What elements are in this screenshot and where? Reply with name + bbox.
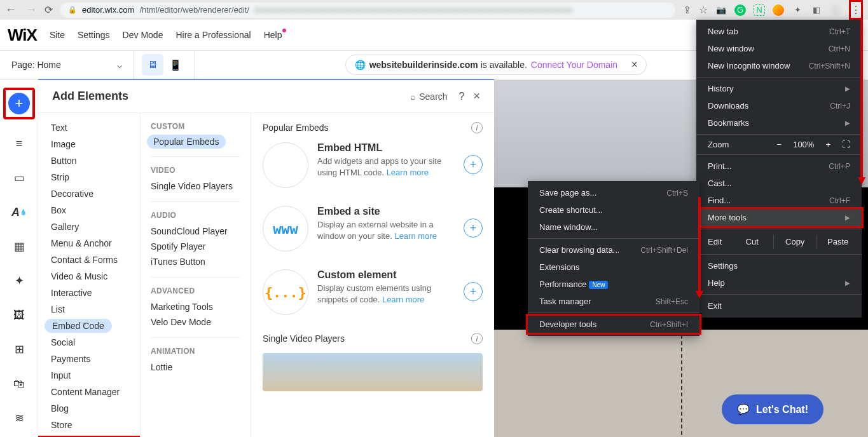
close-icon[interactable]: × [473,90,480,103]
paste-action[interactable]: Paste [816,234,859,249]
menu-help[interactable]: Help [264,30,282,40]
category-item[interactable]: Contact & Forms [38,252,140,268]
category-item[interactable]: Strip [38,169,140,185]
back-button[interactable]: ← [5,3,17,17]
wix-logo[interactable]: WiX [8,25,37,45]
chrome-submenu-item[interactable]: PerformanceNew [528,276,699,293]
chrome-menu-item[interactable]: Print...Ctrl+P [696,158,862,175]
chrome-menu-item[interactable]: DownloadsCtrl+J [696,97,862,114]
add-embed-button[interactable]: + [464,218,483,238]
chrome-menu-item[interactable]: New windowCtrl+N [696,40,862,57]
category-item[interactable]: Interactive [38,285,140,301]
reload-button[interactable]: ⟳ [45,4,53,16]
learn-more-link[interactable]: Learn more [387,168,429,177]
chrome-submenu-item[interactable]: Save page as...Ctrl+S [528,184,699,201]
rail-pages-icon[interactable]: ▭ [7,168,31,188]
category-item[interactable]: Button [38,152,140,169]
chrome-menu-item[interactable]: Find...Ctrl+F [696,192,862,209]
connect-domain-link[interactable]: Connect Your Domain [531,60,617,70]
menu-hire[interactable]: Hire a Professional [176,30,251,40]
chrome-submenu-item[interactable]: Clear browsing data...Ctrl+Shift+Del [528,241,699,259]
chrome-menu-item[interactable]: Help▶ [696,274,862,292]
rail-ascend-icon[interactable]: 🛍 [7,373,31,394]
subcategory-item[interactable]: Lottie [151,360,240,375]
subcategory-item[interactable]: Marketing Tools [151,299,240,314]
extension-icon[interactable] [773,4,784,16]
menu-site[interactable]: Site [50,30,65,40]
category-item[interactable]: Store [38,417,140,433]
zoom-in[interactable]: + [825,140,830,149]
subcategory-item[interactable]: SoundCloud Player [151,224,240,239]
panel-search[interactable]: ⌕ Search [410,91,447,102]
chrome-menu-item[interactable]: Bookmarks▶ [696,114,862,131]
video-preview-thumbnail[interactable] [263,353,483,391]
bookmark-star-icon[interactable]: ☆ [699,4,708,16]
rail-media-icon[interactable]: 🖼 [7,305,31,325]
subcategory-item[interactable]: Single Video Players [151,178,240,194]
extensions-icon[interactable]: ✦ [792,4,803,16]
chrome-menu-item[interactable]: New tabCtrl+T [696,23,862,40]
chrome-menu-item[interactable]: History▶ [696,80,862,97]
zoom-out[interactable]: − [777,140,782,149]
extension-icon[interactable]: N [754,4,765,16]
category-item[interactable]: Menu & Anchor [38,235,140,252]
chrome-submenu-item[interactable]: Task managerShift+Esc [528,293,699,310]
chrome-submenu-item[interactable]: Name window... [528,218,699,236]
desktop-view-button[interactable]: 🖥 [142,54,163,76]
chrome-menu-item[interactable]: More tools▶ [694,207,864,228]
category-item[interactable]: Gallery [38,218,140,235]
extension-icon[interactable]: G [734,4,746,16]
chat-button[interactable]: 💬 Let's Chat! [722,394,823,424]
embed-option[interactable]: {...} Custom element Display custom elem… [263,269,483,315]
close-icon[interactable]: × [631,59,637,71]
share-icon[interactable]: ⇪ [683,4,691,16]
category-item[interactable]: Blog [38,400,140,417]
chrome-menu-item[interactable]: Exit [696,297,862,314]
learn-more-link[interactable]: Learn more [394,231,436,241]
chrome-menu-item[interactable]: New Incognito windowCtrl+Shift+N [696,57,862,74]
rail-layers-icon[interactable]: ≋ [7,408,31,428]
copy-action[interactable]: Copy [774,234,817,249]
category-item[interactable]: Payments [38,351,140,367]
add-embed-button[interactable]: + [464,282,483,301]
cut-action[interactable]: Cut [731,234,774,249]
menu-settings[interactable]: Settings [78,30,110,40]
chrome-menu-button[interactable]: ⋮ [849,0,863,20]
category-item[interactable]: Image [38,136,140,152]
subcategory-item[interactable]: Popular Embeds [147,135,226,149]
info-icon[interactable]: i [471,333,483,344]
chrome-submenu-item[interactable]: Extensions [528,259,699,276]
category-item[interactable]: Bookings [38,433,140,437]
category-item[interactable]: Text [38,119,140,136]
category-item[interactable]: Content Manager [38,384,140,400]
learn-more-link[interactable]: Learn more [382,295,424,304]
chrome-menu-item[interactable]: Settings [696,257,862,274]
category-item[interactable]: Social [38,334,140,351]
mobile-view-button[interactable]: 📱 [165,54,186,76]
subcategory-item[interactable]: Velo Dev Mode [151,314,240,330]
add-embed-button[interactable]: + [464,155,483,174]
profile-avatar[interactable] [830,4,841,16]
chrome-submenu-item[interactable]: Developer toolsCtrl+Shift+I [526,314,701,335]
help-icon[interactable]: ? [459,91,465,102]
category-item[interactable]: Video & Music [38,268,140,285]
rail-sections-icon[interactable]: ≡ [7,133,31,154]
rail-business-icon[interactable]: ✦ [7,271,31,291]
rail-design-icon[interactable]: A💧 [7,202,31,222]
subcategory-item[interactable]: iTunes Button [151,254,240,269]
category-item[interactable]: Box [38,202,140,218]
subcategory-item[interactable]: Spotify Player [151,239,240,254]
extension-icon[interactable]: 📷 [715,4,727,16]
category-item[interactable]: Embed Code [45,319,112,333]
embed-option[interactable]: Embed HTML Add widgets and apps to your … [263,142,483,188]
page-selector[interactable]: Page: Home ⌵ [0,60,134,70]
embed-option[interactable]: www Embed a site Display an external web… [263,206,483,252]
category-item[interactable]: Input [38,367,140,384]
rail-cms-icon[interactable]: ⊞ [7,339,31,360]
chrome-submenu-item[interactable]: Create shortcut... [528,201,699,218]
chrome-menu-item[interactable]: Cast... [696,175,862,192]
category-item[interactable]: Decorative [38,185,140,202]
omnibox[interactable]: 🔒 editor.wix.com/html/editor/web/rendere… [60,3,675,18]
forward-button[interactable]: → [25,3,37,17]
fullscreen-icon[interactable]: ⛶ [842,140,850,149]
